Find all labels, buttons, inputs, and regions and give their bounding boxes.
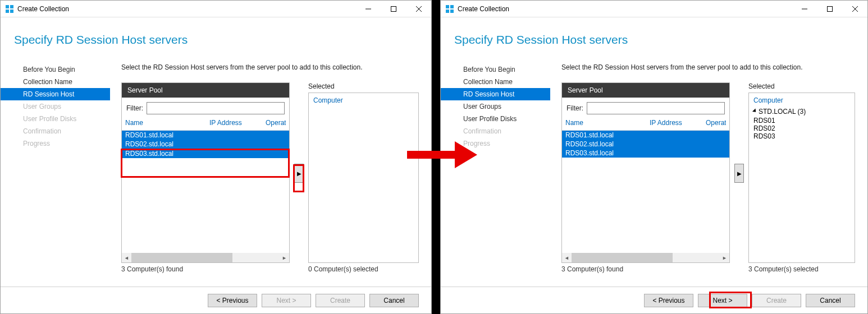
- previous-button[interactable]: < Previous: [208, 294, 257, 307]
- server-list[interactable]: RDS01.std.local RDS02.std.local RDS03.st…: [562, 131, 729, 253]
- page-title: Specify RD Session Host servers: [1, 17, 431, 47]
- close-button[interactable]: [842, 1, 867, 17]
- cancel-button[interactable]: Cancel: [369, 294, 419, 307]
- cancel-button[interactable]: Cancel: [806, 294, 855, 307]
- server-pool: Server Pool Filter: Name IP Address Oper…: [561, 82, 730, 263]
- selected-item[interactable]: RDS03: [753, 132, 850, 140]
- col-ip[interactable]: IP Address: [209, 119, 266, 127]
- col-name[interactable]: Name: [565, 119, 650, 127]
- selected-header: Computer: [753, 96, 850, 104]
- create-button: Create: [752, 294, 801, 307]
- minimize-button[interactable]: [792, 1, 817, 17]
- wizard-body: Before You Begin Collection Name RD Sess…: [441, 57, 867, 287]
- wizard-nav: Before You Begin Collection Name RD Sess…: [441, 57, 550, 287]
- instruction-text: Select the RD Session Host servers from …: [121, 63, 419, 71]
- server-selector: Server Pool Filter: Name IP Address Oper…: [561, 82, 855, 273]
- filter-label: Filter:: [126, 104, 143, 112]
- wizard-window-after: Create Collection Specify RD Session Hos…: [440, 0, 868, 314]
- scroll-right-icon[interactable]: ►: [280, 253, 289, 262]
- svg-rect-13: [827, 6, 832, 11]
- wizard-window-before: Create Collection Specify RD Session Hos…: [0, 0, 432, 314]
- scroll-thumb[interactable]: [572, 253, 673, 262]
- server-count: 3 Computer(s) found: [561, 265, 730, 273]
- divider: [432, 0, 440, 314]
- server-columns: Name IP Address Operat: [122, 119, 289, 131]
- svg-rect-10: [446, 10, 449, 13]
- svg-rect-0: [6, 5, 9, 8]
- nav-confirmation: Confirmation: [441, 125, 550, 137]
- selected-item[interactable]: RDS02: [753, 124, 850, 132]
- next-button[interactable]: Next >: [698, 294, 747, 307]
- nav-user-groups[interactable]: User Groups: [441, 100, 550, 113]
- filter-input[interactable]: [587, 102, 725, 114]
- nav-rd-session-host[interactable]: RD Session Host: [1, 88, 110, 100]
- wizard-body: Before You Begin Collection Name RD Sess…: [1, 57, 431, 287]
- nav-progress: Progress: [441, 137, 550, 150]
- window-title: Create Collection: [458, 5, 792, 13]
- svg-rect-3: [10, 10, 13, 13]
- nav-rd-session-host[interactable]: RD Session Host: [441, 88, 550, 100]
- server-row[interactable]: RDS03.std.local: [122, 149, 289, 158]
- next-button: Next >: [262, 294, 311, 307]
- filter-input[interactable]: [147, 102, 285, 114]
- titlebar: Create Collection: [441, 1, 867, 17]
- create-button: Create: [316, 294, 365, 307]
- server-pool-header: Server Pool: [562, 83, 729, 98]
- caret-down-icon: [752, 108, 757, 113]
- h-scrollbar[interactable]: ◄ ►: [562, 253, 729, 262]
- selected-item[interactable]: RDS01: [753, 117, 850, 124]
- close-button[interactable]: [406, 1, 431, 17]
- page-title: Specify RD Session Host servers: [441, 17, 867, 47]
- scroll-right-icon[interactable]: ►: [720, 253, 729, 262]
- selected-header: Computer: [313, 96, 414, 104]
- col-operating[interactable]: Operat: [266, 119, 286, 127]
- selected-count: 3 Computer(s) selected: [748, 265, 855, 273]
- maximize-button[interactable]: [381, 1, 406, 17]
- nav-before-you-begin[interactable]: Before You Begin: [1, 63, 110, 76]
- nav-progress: Progress: [1, 137, 110, 150]
- selected-label: Selected: [308, 82, 419, 93]
- server-row[interactable]: RDS02.std.local: [562, 140, 729, 149]
- server-columns: Name IP Address Operat: [562, 119, 729, 131]
- server-row[interactable]: RDS03.std.local: [562, 149, 729, 158]
- app-icon: [5, 4, 14, 13]
- scroll-left-icon[interactable]: ◄: [562, 253, 572, 262]
- nav-user-groups: User Groups: [1, 100, 110, 113]
- nav-confirmation: Confirmation: [1, 125, 110, 137]
- scroll-thumb[interactable]: [131, 253, 232, 262]
- nav-before-you-begin[interactable]: Before You Begin: [441, 63, 550, 76]
- server-list[interactable]: RDS01.std.local RDS02.std.local RDS03.st…: [122, 131, 289, 253]
- window-title: Create Collection: [17, 5, 355, 13]
- selected-list[interactable]: Computer STD.LOCAL (3) RDS01 RDS02 RDS03: [748, 93, 855, 263]
- previous-button[interactable]: < Previous: [644, 294, 693, 307]
- app-icon: [445, 4, 454, 13]
- svg-rect-9: [450, 5, 454, 8]
- add-server-button[interactable]: ▶: [294, 164, 304, 183]
- minimize-button[interactable]: [355, 1, 381, 17]
- h-scrollbar[interactable]: ◄ ►: [122, 253, 289, 262]
- scroll-left-icon[interactable]: ◄: [122, 253, 131, 262]
- selected-list[interactable]: Computer: [308, 93, 419, 263]
- nav-user-profile-disks: User Profile Disks: [1, 113, 110, 125]
- server-row[interactable]: RDS01.std.local: [562, 131, 729, 140]
- selected-group[interactable]: STD.LOCAL (3): [753, 108, 850, 116]
- nav-collection-name[interactable]: Collection Name: [1, 76, 110, 88]
- add-server-button[interactable]: ▶: [734, 164, 744, 183]
- chevron-right-icon: ▶: [297, 170, 301, 177]
- server-pool-header: Server Pool: [122, 83, 289, 98]
- wizard-footer: < Previous Next > Create Cancel: [1, 287, 431, 313]
- svg-rect-11: [450, 10, 454, 13]
- wizard-footer: < Previous Next > Create Cancel: [441, 287, 867, 313]
- col-name[interactable]: Name: [125, 119, 209, 127]
- col-operating[interactable]: Operat: [706, 119, 726, 127]
- selected-group-label: STD.LOCAL (3): [759, 108, 806, 116]
- maximize-button[interactable]: [817, 1, 842, 17]
- server-selector: Server Pool Filter: Name IP Address Oper…: [121, 82, 419, 273]
- server-row[interactable]: RDS02.std.local: [122, 140, 289, 149]
- svg-rect-5: [391, 6, 396, 11]
- col-ip[interactable]: IP Address: [650, 119, 706, 127]
- content-area: Select the RD Session Host servers from …: [550, 57, 867, 287]
- server-row[interactable]: RDS01.std.local: [122, 131, 289, 140]
- nav-collection-name[interactable]: Collection Name: [441, 76, 550, 88]
- nav-user-profile-disks[interactable]: User Profile Disks: [441, 113, 550, 125]
